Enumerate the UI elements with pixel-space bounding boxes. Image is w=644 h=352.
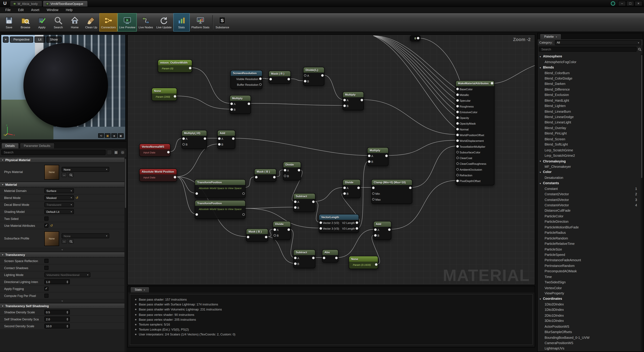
input-pin[interactable] [343, 186, 346, 189]
input-pin[interactable] [320, 227, 322, 230]
output-pin[interactable] [409, 186, 412, 189]
node-multiply-10[interactable]: Multiply(,10)AB [182, 130, 207, 149]
input-pin[interactable] [456, 117, 459, 119]
node-add[interactable]: AddAB [373, 221, 392, 240]
palette-item-particledirection[interactable]: ParticleDirection [538, 219, 641, 225]
node-transformposition[interactable]: TransformPositionAbsolute World Space to… [195, 179, 246, 198]
node-none[interactable]: NoneParam (200) [152, 88, 177, 101]
close-button[interactable]: × [634, 1, 642, 6]
palette-item-constant2vector[interactable]: Constant2Vector2 [538, 191, 641, 197]
browse-to-asset-icon[interactable] [68, 239, 74, 244]
palette-item-blend-pinlight[interactable]: Blend_PinLight [538, 131, 641, 137]
node-makematerialattributes[interactable]: MakeMaterialAttributesBaseColorMetallicS… [456, 80, 494, 185]
output-pin[interactable] [259, 83, 262, 86]
tab-details[interactable]: Details [1, 143, 19, 148]
checkbox-two-sided[interactable] [44, 216, 48, 220]
viewport-show-button[interactable]: Show [46, 36, 62, 43]
doc-tab-vrmmtoonbaseopaque[interactable]: VrmMToonBaseOpaque [42, 0, 88, 6]
use-selected-icon[interactable]: ← [62, 173, 67, 177]
palette-item-actorpositionws[interactable]: ActorPositionWS [538, 324, 641, 329]
input-pin[interactable] [368, 155, 370, 157]
menu-help[interactable]: Help [62, 7, 76, 12]
minimize-button[interactable]: – [618, 1, 626, 6]
viewport-corner-icon[interactable]: ▣ [118, 133, 124, 138]
palette-item-blend-screen[interactable]: Blend_Screen [538, 136, 641, 142]
viewport-corner-icon[interactable]: ◈ [111, 133, 117, 138]
checkbox-contact-shadows[interactable] [44, 266, 48, 270]
node-multiply[interactable]: MultiplyAB [342, 91, 364, 110]
toolbar-apply[interactable]: Apply [34, 13, 50, 31]
input-pin[interactable] [196, 192, 198, 195]
input-pin[interactable] [456, 122, 459, 125]
node-none[interactable]: NoneParam (0.1633) [349, 256, 378, 269]
palette-item-atmosphericfogcolor[interactable]: AtmosphericFogColor [538, 59, 641, 65]
palette-item-perinstancefadeamount[interactable]: PerInstanceFadeAmount [538, 258, 641, 263]
input-pin[interactable] [456, 88, 459, 90]
input-pin[interactable] [304, 74, 306, 77]
maximize-button[interactable]: □ [626, 1, 634, 6]
asset-thumbnail[interactable]: None [44, 231, 59, 246]
output-pin[interactable] [174, 95, 176, 98]
node-transformposition[interactable]: TransformPositionAbsolute World Space to… [195, 200, 246, 219]
palette-item-lightmapuvs[interactable]: LightmapUVs [538, 346, 641, 351]
palette-item-twosidedsign[interactable]: TwoSidedSign [538, 280, 641, 285]
toolbar-substance[interactable]: SSubstance [214, 13, 231, 31]
material-preview-sphere[interactable] [24, 43, 108, 127]
node-vertexnormalws[interactable]: VertexNormalWSInput Data [139, 144, 170, 157]
palette-item-perinstancerandom[interactable]: PerInstanceRandom [538, 263, 641, 269]
toolbar-platform-stats[interactable]: Platform Stats [190, 13, 211, 31]
node-subtract[interactable]: SubtractAB [293, 193, 316, 212]
palette-item-constant3vector[interactable]: Constant3Vector3 [538, 197, 641, 202]
toolbar-live-nodes[interactable]: Live Nodes [137, 13, 155, 31]
palette-category-coordinates[interactable]: ▼Coordinates [538, 296, 641, 302]
input-pin[interactable] [294, 201, 296, 203]
input-pin[interactable] [284, 175, 286, 177]
checkbox-use-material-attributes[interactable]: ✓ [44, 224, 48, 228]
palette-item-blursampleoffsets[interactable]: BlurSampleOffsets [538, 329, 641, 335]
palette-item-blend-overlay[interactable]: Blend_Overlay [538, 125, 641, 131]
input-pin[interactable] [343, 99, 346, 101]
output-pin[interactable] [360, 99, 363, 101]
palette-category-blends[interactable]: ▼Blends [538, 65, 641, 70]
output-pin[interactable] [388, 228, 390, 231]
checkbox-screen-space-reflection[interactable] [44, 259, 48, 263]
output-pin[interactable] [288, 228, 290, 231]
node-mask-b[interactable]: Mask ( B ) [246, 228, 268, 241]
use-selected-icon[interactable]: ← [62, 239, 67, 244]
toolbar-live-update[interactable]: Live Update [155, 13, 173, 31]
checkbox-apply-fogging[interactable]: ✓ [44, 287, 48, 291]
input-pin[interactable] [230, 103, 233, 105]
output-pin[interactable] [375, 263, 378, 266]
checkbox-compute-fog-per-pixel[interactable] [44, 294, 48, 298]
output-pin[interactable] [288, 78, 290, 80]
dropdown-decal-blend-mode[interactable]: Translucent▾ [44, 202, 74, 207]
spinner[interactable] [66, 311, 68, 314]
section-expander[interactable]: ⌄ [0, 248, 124, 252]
toolbar-search[interactable]: Search [50, 13, 66, 31]
input-pin[interactable] [456, 93, 459, 96]
input-pin[interactable] [182, 143, 185, 146]
details-search-input[interactable] [1, 150, 106, 155]
input-pin[interactable] [274, 234, 276, 237]
palette-item-precomputedaomask[interactable]: PrecomputedAOMask [538, 269, 641, 274]
status-indicator-icon[interactable] [611, 1, 615, 5]
node-vectorlength[interactable]: VectorLengthVector 2 (V2)V2 LengthVector… [319, 214, 359, 233]
palette-item-blend-lineardodge[interactable]: Blend_LinearDodge [538, 114, 641, 120]
output-pin[interactable] [356, 227, 358, 230]
number-shadow-density-scale[interactable]: 0.5 [44, 310, 70, 315]
output-pin[interactable] [417, 37, 420, 39]
input-pin[interactable] [294, 257, 296, 259]
menu-edit[interactable]: Edit [14, 7, 27, 12]
input-pin[interactable] [284, 169, 286, 172]
output-pin[interactable] [232, 137, 234, 140]
asset-dropdown[interactable]: None▾ [62, 233, 109, 238]
toolbar-connectors[interactable]: Connectors [100, 13, 118, 31]
palette-item-blend-colordodge[interactable]: Blend_ColorDodge [538, 76, 641, 81]
view-visibility-icon[interactable]: ◎ [120, 150, 125, 155]
palette-item-particlemotionblurfade[interactable]: ParticleMotionBlurFade [538, 225, 641, 230]
viewport-perspective-button[interactable]: Perspective [10, 36, 33, 43]
input-pin[interactable] [456, 99, 459, 102]
number-directional-lighting-inten[interactable]: 1.0 [44, 279, 70, 284]
palette-category-color[interactable]: ▼Color [538, 170, 641, 175]
number-second-density-scale[interactable]: 10.0 [44, 324, 70, 328]
